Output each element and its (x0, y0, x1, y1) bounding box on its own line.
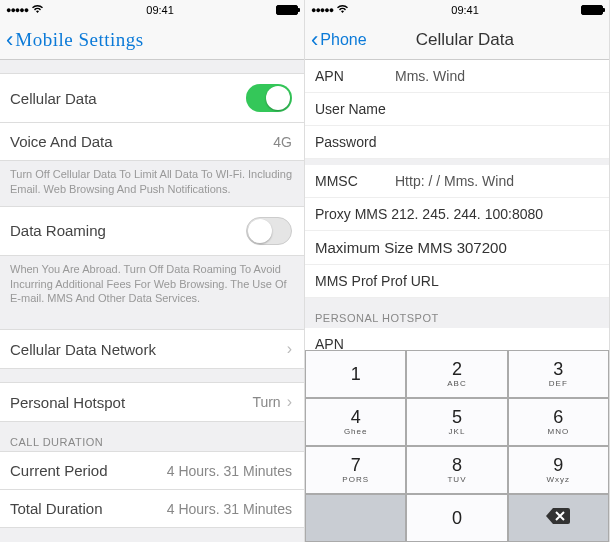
ph-apn-row[interactable]: APN (305, 328, 609, 350)
key-7[interactable]: 7PORS (305, 446, 406, 494)
key-4[interactable]: 4Ghee (305, 398, 406, 446)
maxsize-row[interactable]: Maximum Size MMS 307200 (305, 231, 609, 265)
status-time: 09:41 (146, 4, 174, 16)
mmsprof-label: MMS Prof Prof URL (315, 273, 439, 289)
personal-hotspot-row[interactable]: Personal Hotspot Turn › (0, 382, 304, 422)
nav-title: Mobile Settings (15, 29, 143, 51)
wifi-icon (336, 4, 349, 16)
maxsize-label: Maximum Size MMS 307200 (315, 239, 507, 256)
proxy-row[interactable]: Proxy MMS 212. 245. 244. 100:8080 (305, 198, 609, 231)
current-period-row: Current Period 4 Hours. 31 Minutes (0, 451, 304, 490)
phone-right: ●●●●● 09:41 ‹ Phone Cellular Data APN Mm… (305, 0, 610, 542)
mmsc-value: Http: / / Mms. Wind (395, 173, 514, 189)
chevron-left-icon: ‹ (6, 29, 13, 51)
cellular-data-row[interactable]: Cellular Data (0, 73, 304, 123)
key-9[interactable]: 9Wxyz (508, 446, 609, 494)
personal-hotspot-header: PERSONAL HOTSPOT (305, 298, 609, 328)
status-bar: ●●●●● 09:41 (305, 0, 609, 20)
chevron-left-icon: ‹ (311, 29, 318, 51)
numeric-keypad: 1 2ABC 3DEF 4Ghee 5JKL 6MNO 7PORS 8TUV 9… (305, 350, 609, 542)
proxy-label: Proxy MMS 212. 245. 244. 100:8080 (315, 206, 543, 222)
key-delete[interactable] (508, 494, 609, 542)
key-blank (305, 494, 406, 542)
ph-apn-label: APN (315, 336, 385, 350)
total-duration-value: 4 Hours. 31 Minutes (167, 501, 292, 517)
roaming-note: When You Are Abroad. Turn Off Data Roami… (0, 256, 304, 317)
battery-icon (581, 5, 603, 15)
voice-and-data-row[interactable]: Voice And Data 4G (0, 122, 304, 161)
password-row[interactable]: Password (305, 126, 609, 159)
nav-title: Cellular Data (327, 30, 603, 50)
key-6[interactable]: 6MNO (508, 398, 609, 446)
back-button[interactable]: ‹ Mobile Settings (6, 29, 144, 51)
mmsprof-row[interactable]: MMS Prof Prof URL (305, 265, 609, 298)
current-period-label: Current Period (10, 462, 108, 479)
data-roaming-row[interactable]: Data Roaming (0, 206, 304, 256)
wifi-icon (31, 4, 44, 16)
ph-label: Personal Hotspot (10, 394, 125, 411)
data-roaming-label: Data Roaming (10, 222, 106, 239)
apn-row[interactable]: APN Mms. Wind (305, 60, 609, 93)
key-0[interactable]: 0 (406, 494, 507, 542)
key-5[interactable]: 5JKL (406, 398, 507, 446)
key-8[interactable]: 8TUV (406, 446, 507, 494)
content: APN Mms. Wind User Name Password MMSC Ht… (305, 60, 609, 542)
apn-value: Mms. Wind (395, 68, 465, 84)
status-time: 09:41 (451, 4, 479, 16)
total-duration-row: Total Duration 4 Hours. 31 Minutes (0, 489, 304, 528)
key-1[interactable]: 1 (305, 350, 406, 398)
cellular-data-label: Cellular Data (10, 90, 97, 107)
cellular-note: Turn Off Cellular Data To Limit All Data… (0, 161, 304, 207)
current-period-value: 4 Hours. 31 Minutes (167, 463, 292, 479)
cellular-data-toggle[interactable] (246, 84, 292, 112)
chevron-right-icon: › (287, 393, 292, 411)
username-label: User Name (315, 101, 386, 117)
status-bar: ●●●●● 09:41 (0, 0, 304, 20)
phone-left: ●●●●● 09:41 ‹ Mobile Settings Cellular D… (0, 0, 305, 542)
backspace-icon (546, 508, 570, 528)
navbar: ‹ Phone Cellular Data (305, 20, 609, 60)
total-duration-label: Total Duration (10, 500, 103, 517)
call-duration-header: CALL DURATION (0, 422, 304, 452)
voice-data-value: 4G (273, 134, 292, 150)
ph-value: Turn (252, 394, 280, 410)
signal-dots: ●●●●● (311, 5, 333, 15)
mmsc-row[interactable]: MMSC Http: / / Mms. Wind (305, 165, 609, 198)
battery-icon (276, 5, 298, 15)
apn-label: APN (315, 68, 385, 84)
cellular-data-network-row[interactable]: Cellular Data Network › (0, 329, 304, 369)
key-2[interactable]: 2ABC (406, 350, 507, 398)
voice-data-label: Voice And Data (10, 133, 113, 150)
password-label: Password (315, 134, 385, 150)
username-row[interactable]: User Name (305, 93, 609, 126)
content: Cellular Data Voice And Data 4G Turn Off… (0, 60, 304, 542)
data-roaming-toggle[interactable] (246, 217, 292, 245)
navbar: ‹ Mobile Settings (0, 20, 304, 60)
key-3[interactable]: 3DEF (508, 350, 609, 398)
chevron-right-icon: › (287, 340, 292, 358)
mmsc-label: MMSC (315, 173, 385, 189)
signal-dots: ●●●●● (6, 5, 28, 15)
cdn-label: Cellular Data Network (10, 341, 156, 358)
